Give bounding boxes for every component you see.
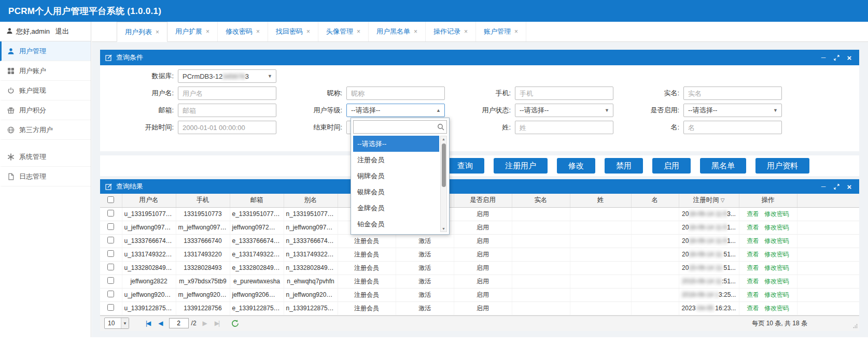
change-password-link[interactable]: 修改密码 xyxy=(764,305,789,312)
prev-page-button[interactable]: ◀ xyxy=(158,320,162,327)
row-checkbox[interactable] xyxy=(107,250,114,257)
sidebar-item-system-management[interactable]: 系统管理 xyxy=(0,147,91,167)
dropdown-option-registered-member[interactable]: 注册会员 xyxy=(353,152,439,168)
close-icon[interactable]: × xyxy=(357,28,360,35)
realname-input[interactable] xyxy=(683,87,782,100)
givenname-input[interactable] xyxy=(683,121,782,134)
sidebar-item-third-party-user[interactable]: 第三方用户 xyxy=(0,120,91,140)
view-link[interactable]: 查看 xyxy=(747,210,759,218)
col-givenname[interactable]: 名 xyxy=(631,194,679,207)
close-icon[interactable]: × xyxy=(845,53,854,62)
enabled-select[interactable]: --请选择-- ▼ xyxy=(683,104,782,117)
sidebar-item-log-management[interactable]: 日志管理 xyxy=(0,167,91,186)
close-icon[interactable]: × xyxy=(256,28,260,35)
tab-recover-password[interactable]: 找回密码× xyxy=(268,22,318,41)
close-icon[interactable]: × xyxy=(414,28,417,35)
dropdown-scrollbar[interactable]: ▲ ▼ xyxy=(440,136,447,232)
change-password-link[interactable]: 修改密码 xyxy=(764,210,789,218)
register-user-button[interactable]: 注册用户 xyxy=(494,158,548,174)
tab-user-blacklist[interactable]: 用户黑名单× xyxy=(369,22,426,41)
view-link[interactable]: 查看 xyxy=(747,237,759,244)
dropdown-search-input[interactable] xyxy=(353,120,447,134)
change-password-link[interactable]: 修改密码 xyxy=(764,278,789,285)
blacklist-button[interactable]: 黑名单 xyxy=(700,158,746,174)
view-link[interactable]: 查看 xyxy=(747,224,759,231)
first-page-button[interactable]: |◀ xyxy=(146,320,150,327)
start-time-input[interactable] xyxy=(178,121,276,134)
change-password-link[interactable]: 修改密码 xyxy=(764,224,789,231)
tab-account-management[interactable]: 账户管理× xyxy=(476,22,526,41)
col-actions[interactable]: 操作 xyxy=(739,194,797,207)
view-link[interactable]: 查看 xyxy=(747,291,759,298)
expand-icon[interactable] xyxy=(832,184,841,190)
page-size-select[interactable]: 10 ▼ xyxy=(104,318,129,329)
next-page-button[interactable]: ▶ xyxy=(203,320,206,327)
username-input[interactable] xyxy=(178,87,276,100)
row-checkbox[interactable] xyxy=(107,277,114,284)
nickname-input[interactable] xyxy=(346,87,445,100)
row-checkbox[interactable] xyxy=(107,237,114,243)
tab-operation-log[interactable]: 操作记录× xyxy=(426,22,476,41)
scrollbar-thumb[interactable] xyxy=(442,143,446,187)
mobile-input[interactable] xyxy=(515,87,613,100)
page-number-input[interactable] xyxy=(169,318,189,328)
row-checkbox[interactable] xyxy=(107,304,114,311)
refresh-icon[interactable] xyxy=(231,320,239,327)
email-input[interactable] xyxy=(178,104,276,117)
tab-user-extension[interactable]: 用户扩展× xyxy=(167,22,218,41)
sidebar-item-user-management[interactable]: 用户管理 xyxy=(0,41,91,61)
row-checkbox[interactable] xyxy=(107,210,114,217)
scroll-up-icon[interactable]: ▲ xyxy=(442,137,445,141)
close-icon[interactable]: × xyxy=(156,29,159,35)
disable-button[interactable]: 禁用 xyxy=(605,158,643,174)
user-profile-button[interactable]: 用户资料 xyxy=(755,158,809,174)
query-button[interactable]: 查询 xyxy=(446,158,484,174)
resize-grip-icon[interactable] xyxy=(853,323,858,330)
sidebar-item-account-withdraw[interactable]: 账户提现 xyxy=(0,81,91,100)
view-link[interactable]: 查看 xyxy=(747,251,759,258)
tab-avatar-management[interactable]: 头像管理× xyxy=(318,22,369,41)
col-realname[interactable]: 实名 xyxy=(512,194,570,207)
close-icon[interactable]: × xyxy=(306,28,310,35)
close-icon[interactable]: × xyxy=(845,182,854,191)
dropdown-option-bronze-member[interactable]: 铜牌会员 xyxy=(353,168,439,184)
modify-button[interactable]: 修改 xyxy=(557,158,595,174)
close-icon[interactable]: × xyxy=(206,28,209,35)
close-icon[interactable]: × xyxy=(514,28,518,35)
col-enabled[interactable]: 是否启用 xyxy=(454,194,512,207)
col-email[interactable]: 邮箱 xyxy=(230,194,284,207)
dropdown-option-platinum-member[interactable]: 铂金会员 xyxy=(353,216,439,232)
last-page-button[interactable]: ▶| xyxy=(215,320,219,327)
tab-user-list[interactable]: 用户列表× xyxy=(117,22,167,42)
change-password-link[interactable]: 修改密码 xyxy=(764,291,789,298)
view-link[interactable]: 查看 xyxy=(747,278,759,285)
dropdown-option-silver-member[interactable]: 银牌会员 xyxy=(353,184,439,200)
minimize-icon[interactable]: ─ xyxy=(819,183,828,190)
col-alias[interactable]: 别名 xyxy=(284,194,338,207)
view-link[interactable]: 查看 xyxy=(747,305,759,312)
col-username[interactable]: 用户名 xyxy=(122,194,176,207)
close-icon[interactable]: × xyxy=(464,28,468,35)
change-password-link[interactable]: 修改密码 xyxy=(764,251,789,258)
row-checkbox[interactable] xyxy=(107,223,114,230)
col-registered[interactable]: 注册时间▽ xyxy=(679,194,739,207)
sidebar-item-user-account[interactable]: 用户账户 xyxy=(0,61,91,81)
dropdown-option-gold-member[interactable]: 金牌会员 xyxy=(353,200,439,216)
expand-icon[interactable] xyxy=(832,55,841,61)
view-link[interactable]: 查看 xyxy=(747,264,759,271)
select-all-checkbox[interactable] xyxy=(107,196,114,203)
minimize-icon[interactable]: ─ xyxy=(819,54,828,61)
tab-change-password[interactable]: 修改密码× xyxy=(218,22,268,41)
database-select[interactable]: PCrmDB3-123456783 ▼ xyxy=(178,69,276,83)
surname-input[interactable] xyxy=(515,121,613,134)
change-password-link[interactable]: 修改密码 xyxy=(764,264,789,271)
row-checkbox[interactable] xyxy=(107,264,114,270)
scroll-down-icon[interactable]: ▼ xyxy=(442,227,445,231)
change-password-link[interactable]: 修改密码 xyxy=(764,237,789,244)
col-mobile[interactable]: 手机 xyxy=(176,194,230,207)
row-checkbox[interactable] xyxy=(107,291,114,297)
user-level-combobox[interactable]: --请选择-- ▲ xyxy=(346,104,445,117)
col-surname[interactable]: 姓 xyxy=(570,194,631,207)
dropdown-option-please-select[interactable]: --请选择-- xyxy=(353,136,439,152)
enable-button[interactable]: 启用 xyxy=(652,158,691,174)
